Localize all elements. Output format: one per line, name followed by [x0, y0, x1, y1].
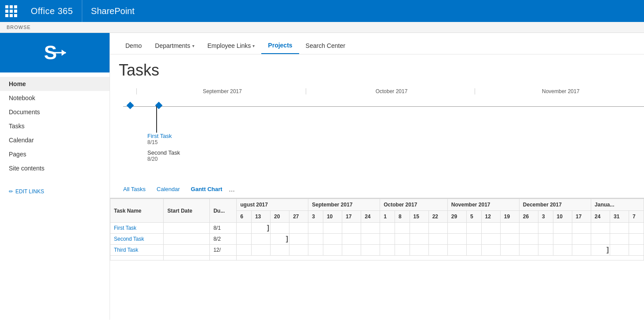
gantt-cell-dec24-row2	[591, 234, 610, 245]
gantt-cell-oct29-row2	[447, 234, 466, 245]
gantt-timeline-preview: September 2017 October 2017 November 201…	[119, 84, 644, 181]
week-6: 6	[237, 211, 252, 223]
gantt-cell-sep17-row3	[342, 245, 361, 256]
grid-menu-button[interactable]	[0, 0, 22, 22]
timeline-month-nov: November 2017	[475, 88, 644, 94]
week-jan-7: 7	[629, 211, 644, 223]
gantt-cell-nov19-row3	[500, 245, 519, 256]
week-sep-17: 17	[342, 211, 361, 223]
week-20: 20	[271, 211, 289, 223]
gantt-cell-sep10-row3	[323, 245, 342, 256]
gantt-cell-dec10-row3	[553, 245, 572, 256]
gantt-cell-nov12-row2	[481, 234, 500, 245]
col-due-date: Du...	[210, 199, 237, 223]
timeline-diamond-left	[127, 102, 134, 109]
gantt-cell-dec10-row1	[553, 223, 572, 234]
week-oct-15: 15	[410, 211, 428, 223]
gantt-table: Task Name Start Date Du... ugust 2017 Se…	[110, 199, 644, 260]
sidebar: S Home Notebook Documents Tasks Calendar…	[0, 33, 110, 320]
sidebar-item-pages[interactable]: Pages	[0, 147, 110, 161]
nav-item-projects[interactable]: Projects	[261, 37, 299, 54]
week-oct-29: 29	[447, 211, 466, 223]
gantt-cell-nov26-row3	[519, 245, 538, 256]
gantt-cell-dec17-row1	[572, 223, 591, 234]
gantt-cell-dec17-row3	[572, 245, 591, 256]
gantt-cell-aug13-row1: ]	[251, 223, 270, 234]
gantt-cell-nov5-row2	[466, 234, 481, 245]
tab-all-tasks[interactable]: All Tasks	[119, 184, 150, 194]
more-views-button[interactable]: ...	[229, 185, 234, 193]
timeline-vertical-connector	[156, 106, 157, 133]
task-name-1[interactable]: First Task	[110, 223, 164, 234]
office365-brand[interactable]: Office 365	[22, 0, 82, 22]
week-dec-31: 31	[610, 211, 629, 223]
tab-calendar[interactable]: Calendar	[152, 184, 184, 194]
gantt-cell-oct29-row3	[447, 245, 466, 256]
nav-item-employee-links[interactable]: Employee Links ▾	[201, 38, 262, 54]
nav-item-demo[interactable]: Demo	[119, 38, 148, 54]
chevron-down-icon: ▾	[192, 43, 194, 48]
sidebar-item-home[interactable]: Home	[0, 77, 110, 91]
task-name-2[interactable]: Second Task	[110, 234, 164, 245]
task-name-3[interactable]: Third Task	[110, 245, 164, 256]
gantt-cell-oct1-row2	[380, 234, 395, 245]
table-row: Second Task 8/2 ]	[110, 234, 644, 245]
month-oct: October 2017	[380, 199, 448, 211]
week-nov-5: 5	[466, 211, 481, 223]
task-second-label[interactable]: Second Task 8/20	[147, 149, 180, 162]
main-layout: S Home Notebook Documents Tasks Calendar…	[0, 33, 644, 320]
gantt-cell-nov5-row1	[466, 223, 481, 234]
due-date-2: 8/2	[210, 234, 237, 245]
gantt-cell-oct22-row2	[428, 234, 447, 245]
gantt-cell-sep17-row1	[342, 223, 361, 234]
gantt-cell-aug27-row2	[289, 234, 308, 245]
gantt-cell-sep10-row1	[323, 223, 342, 234]
nav-item-departments[interactable]: Departments ▾	[148, 38, 201, 54]
edit-links-button[interactable]: ✏ EDIT LINKS	[0, 180, 110, 203]
sidebar-item-notebook[interactable]: Notebook	[0, 91, 110, 105]
gantt-cell-dec17-row2	[572, 234, 591, 245]
grid-icon	[5, 5, 17, 17]
gantt-month-header-row: Task Name Start Date Du... ugust 2017 Se…	[110, 199, 644, 211]
gantt-cell-nov12-row1	[481, 223, 500, 234]
gantt-cell-aug6-row2	[237, 234, 252, 245]
sidebar-item-calendar[interactable]: Calendar	[0, 133, 110, 147]
nav-item-search-center[interactable]: Search Center	[299, 38, 352, 54]
week-dec-24: 24	[591, 211, 610, 223]
gantt-cell-sep3-row2	[308, 234, 323, 245]
view-tabs: All Tasks Calendar Gantt Chart ...	[110, 181, 644, 198]
sidebar-item-site-contents[interactable]: Site contents	[0, 161, 110, 175]
gantt-cell-aug20-row2: ]	[271, 234, 289, 245]
week-nov-12: 12	[481, 211, 500, 223]
gantt-cell-sep3-row3	[308, 245, 323, 256]
timeline-month-sep: September 2017	[136, 88, 306, 94]
tab-gantt-chart[interactable]: Gantt Chart	[187, 184, 227, 194]
gantt-cell-dec3-row2	[538, 234, 553, 245]
gantt-cell-dec24-row1	[591, 223, 610, 234]
sidebar-item-tasks[interactable]: Tasks	[0, 119, 110, 133]
content-area: Demo Departments ▾ Employee Links ▾ Proj…	[110, 33, 644, 320]
sidebar-nav: Home Notebook Documents Tasks Calendar P…	[0, 77, 110, 175]
timeline-month-oct: October 2017	[306, 88, 475, 94]
gantt-cell-aug13-row2	[251, 234, 270, 245]
timeline-month-labels: September 2017 October 2017 November 201…	[119, 88, 644, 94]
gantt-cell-nov5-row3	[466, 245, 481, 256]
gantt-cell-oct8-row2	[395, 234, 410, 245]
task-first-label[interactable]: First Task 8/15	[147, 133, 172, 145]
browse-bar: BROWSE	[0, 22, 644, 33]
due-date-3: 12/	[210, 245, 237, 256]
month-aug: ugust 2017	[237, 199, 308, 211]
month-sep: September 2017	[308, 199, 380, 211]
gantt-cell-sep24-row3	[361, 245, 380, 256]
chevron-down-icon: ▾	[252, 43, 255, 48]
top-nav: Demo Departments ▾ Employee Links ▾ Proj…	[110, 33, 644, 54]
sidebar-item-documents[interactable]: Documents	[0, 105, 110, 119]
gantt-cell-nov19-row2	[500, 234, 519, 245]
gantt-cell-dec3-row1	[538, 223, 553, 234]
gantt-cell-oct8-row3	[395, 245, 410, 256]
empty-task-name	[110, 256, 164, 260]
gantt-cell-oct29-row1	[447, 223, 466, 234]
gantt-cell-oct15-row3	[410, 245, 428, 256]
start-date-1	[164, 223, 210, 234]
gantt-cell-aug20-row1	[271, 223, 289, 234]
